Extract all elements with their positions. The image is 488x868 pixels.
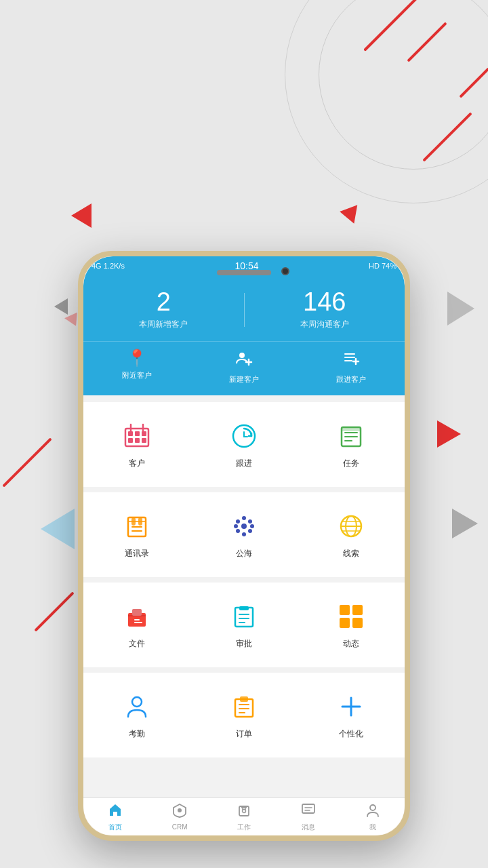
- stat-contact-customers: 146 本周沟通客户: [245, 289, 405, 330]
- grid-item-task[interactable]: 任务: [298, 414, 405, 475]
- grid-item-attendance[interactable]: 考勤: [83, 685, 190, 745]
- svg-rect-68: [302, 804, 314, 813]
- status-left: 4G 1.2K/s: [92, 262, 125, 270]
- quick-new-customer[interactable]: 新建客户: [190, 350, 298, 384]
- followup-icon: [228, 420, 260, 452]
- status-right: HD 74%: [369, 262, 396, 270]
- leads-icon: [335, 510, 367, 542]
- nav-work[interactable]: 工作: [212, 798, 277, 835]
- svg-point-32: [236, 529, 240, 533]
- customer-icon: [121, 420, 153, 452]
- work-nav-label: 工作: [237, 823, 251, 832]
- main-grid: 客户 跟进: [83, 395, 405, 797]
- svg-point-31: [248, 519, 252, 524]
- nav-message[interactable]: 消息: [276, 798, 340, 835]
- crm-nav-label: CRM: [172, 823, 188, 831]
- stat-new-customers: 2 本周新增客户: [83, 289, 244, 330]
- grid-item-public[interactable]: 公海: [190, 505, 298, 565]
- svg-rect-24: [342, 427, 361, 431]
- message-icon: [301, 802, 316, 821]
- grid-item-followup[interactable]: 跟进: [190, 414, 298, 475]
- stat-contact-number: 146: [245, 289, 405, 315]
- nav-me[interactable]: 我: [340, 798, 405, 835]
- bottom-nav: 首页 CRM: [83, 797, 405, 835]
- customize-icon: [335, 690, 367, 723]
- svg-rect-26: [138, 517, 142, 526]
- home-icon: [108, 802, 123, 821]
- grid-row-2: 通讯录: [83, 499, 405, 570]
- nav-home[interactable]: 首页: [83, 798, 148, 835]
- svg-rect-12: [128, 438, 133, 443]
- grid-section-3: 文件 审批: [83, 583, 405, 667]
- customer-label: 客户: [129, 458, 145, 469]
- svg-rect-59: [240, 696, 248, 702]
- svg-rect-10: [135, 431, 140, 436]
- grid-item-order[interactable]: 订单: [190, 685, 298, 745]
- stat-new-number: 2: [83, 289, 244, 315]
- grid-item-dynamic[interactable]: 动态: [298, 595, 405, 655]
- customize-label: 个性化: [339, 728, 363, 740]
- quick-follow[interactable]: 跟进客户: [298, 350, 405, 384]
- svg-point-54: [132, 697, 142, 707]
- follow-label: 跟进客户: [336, 374, 366, 384]
- contacts-icon: [121, 510, 153, 542]
- attendance-icon: [121, 690, 153, 723]
- svg-rect-13: [135, 438, 140, 443]
- grid-section-1: 客户 跟进: [83, 402, 405, 487]
- svg-rect-8: [125, 429, 148, 446]
- order-label: 订单: [236, 728, 252, 740]
- leads-label: 线索: [343, 548, 359, 559]
- svg-rect-52: [340, 618, 350, 628]
- nav-crm[interactable]: CRM: [148, 798, 212, 835]
- task-label: 任务: [343, 458, 359, 469]
- new-customer-label: 新建客户: [229, 374, 259, 384]
- svg-rect-49: [239, 606, 249, 610]
- attendance-label: 考勤: [129, 728, 145, 740]
- dynamic-icon: [335, 600, 367, 633]
- svg-point-36: [234, 524, 238, 528]
- grid-section-4: 考勤 订单: [83, 673, 405, 757]
- public-icon: [228, 510, 260, 542]
- message-nav-label: 消息: [302, 823, 315, 832]
- battery-indicator: HD 74%: [369, 262, 396, 270]
- me-icon: [365, 802, 380, 821]
- grid-item-files[interactable]: 文件: [83, 595, 190, 655]
- grid-row-4: 考勤 订单: [83, 679, 405, 751]
- contacts-label: 通讯录: [125, 548, 149, 559]
- grid-item-customize[interactable]: 个性化: [298, 685, 405, 745]
- svg-point-29: [241, 524, 247, 529]
- svg-rect-25: [131, 517, 136, 526]
- svg-rect-44: [132, 609, 142, 616]
- followup-label: 跟进: [236, 458, 252, 469]
- svg-rect-14: [142, 438, 146, 443]
- grid-item-contacts[interactable]: 通讯录: [83, 505, 190, 565]
- svg-point-34: [242, 516, 246, 520]
- header-stats: 2 本周新增客户 146 本周沟通客户: [83, 275, 405, 341]
- grid-row-1: 客户 跟进: [83, 409, 405, 480]
- files-label: 文件: [129, 638, 145, 650]
- new-customer-icon: [235, 350, 253, 370]
- home-nav-label: 首页: [108, 823, 122, 832]
- svg-point-33: [248, 529, 252, 533]
- svg-point-64: [242, 809, 245, 812]
- nearby-label: 附近客户: [122, 370, 152, 380]
- files-icon: [121, 600, 153, 633]
- svg-rect-11: [142, 431, 146, 436]
- task-icon: [335, 420, 367, 452]
- svg-point-62: [178, 808, 182, 812]
- grid-item-approve[interactable]: 审批: [190, 595, 298, 655]
- quick-nearby[interactable]: 📍 附近客户: [83, 350, 190, 384]
- grid-item-leads[interactable]: 线索: [298, 505, 405, 565]
- svg-point-0: [239, 353, 245, 358]
- order-icon: [228, 690, 260, 723]
- network-indicator: 4G 1.2K/s: [92, 262, 125, 270]
- svg-rect-53: [352, 618, 363, 628]
- work-icon: [237, 802, 251, 821]
- svg-point-35: [242, 532, 246, 536]
- svg-point-71: [370, 805, 375, 810]
- approve-label: 审批: [236, 638, 252, 650]
- svg-rect-50: [340, 605, 350, 615]
- grid-item-customer[interactable]: 客户: [83, 414, 190, 475]
- follow-icon: [342, 350, 360, 370]
- svg-point-30: [236, 519, 240, 524]
